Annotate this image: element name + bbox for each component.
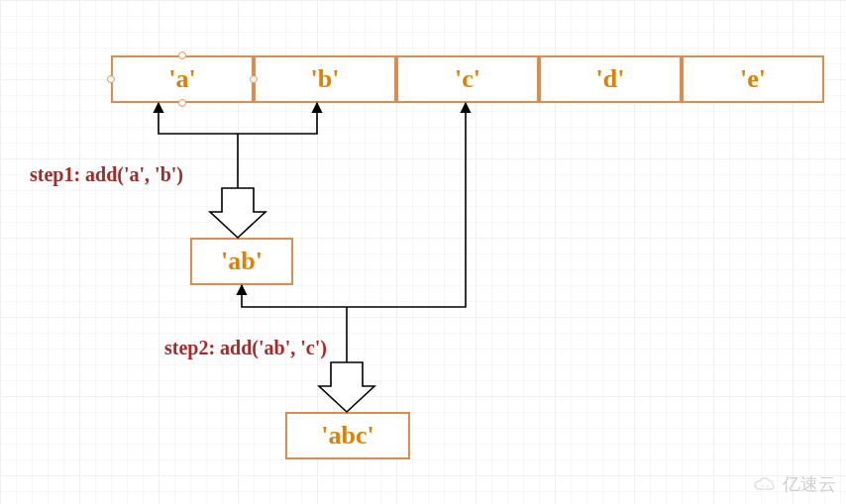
watermark: 亿速云	[751, 472, 836, 496]
svg-point-2	[762, 485, 764, 487]
watermark-text: 亿速云	[783, 472, 836, 496]
flow-arrows	[0, 0, 846, 504]
cloud-icon	[751, 475, 779, 493]
svg-point-3	[767, 485, 769, 487]
